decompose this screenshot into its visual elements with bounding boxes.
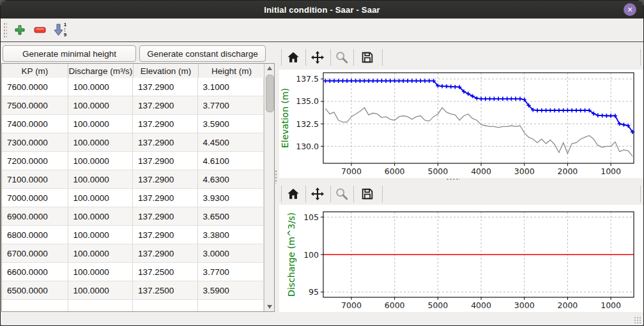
table-cell[interactable]: 4.6100 <box>198 152 264 170</box>
column-header[interactable]: KP (m) <box>2 64 68 78</box>
column-header[interactable]: Discharge (m³/s) <box>68 64 134 78</box>
initial-condition-table: KP (m)Discharge (m³/s)Elevation (m)Heigh… <box>1 63 275 312</box>
plot1-save-button[interactable] <box>358 48 377 67</box>
column-header[interactable]: Elevation (m) <box>134 64 199 78</box>
table-row[interactable]: 7200.0000100.0000137.29004.6100 <box>2 152 264 170</box>
magnifier-icon <box>335 50 349 64</box>
table-row[interactable]: 6700.0000100.0000137.29003.0000 <box>2 244 264 263</box>
vertical-splitter-handle[interactable] <box>275 170 278 184</box>
table-cell[interactable]: 137.2500 <box>133 263 198 281</box>
table-cell[interactable]: 137.2900 <box>133 115 198 133</box>
table-cell[interactable]: 100.0000 <box>68 281 134 300</box>
plot1-home-button[interactable] <box>284 48 303 67</box>
table-cell[interactable]: 137.2900 <box>133 244 198 263</box>
toolbar-drag-handle[interactable] <box>3 22 7 38</box>
x-tick-label: 7000 <box>341 300 362 310</box>
table-row[interactable]: 7100.0000100.0000137.29004.6300 <box>2 170 264 189</box>
table-cell[interactable]: 137.2900 <box>133 189 198 207</box>
table-row[interactable]: 7500.0000100.0000137.29003.7700 <box>2 96 264 115</box>
table-cell[interactable]: 137.2900 <box>133 152 198 170</box>
sort-ascending-icon <box>54 24 63 36</box>
table-cell[interactable]: 100.0000 <box>68 244 134 263</box>
table-row[interactable]: 7600.0000100.0000137.29003.1000 <box>2 78 264 96</box>
table-cell[interactable]: 3.6500 <box>198 207 264 226</box>
table-cell[interactable]: 137.2500 <box>133 281 198 300</box>
table-cell[interactable]: 6800.0000 <box>2 226 68 244</box>
plot1-pan-button[interactable] <box>308 48 327 67</box>
table-cell[interactable]: 7100.0000 <box>2 170 68 189</box>
x-tick-label: 1000 <box>601 300 621 310</box>
add-row-button[interactable] <box>11 21 29 39</box>
discharge-plot-canvas[interactable]: 700060005000400030002000100010510095Disc… <box>279 205 643 312</box>
sort-rows-button[interactable]: 1 9 <box>51 21 69 39</box>
empty-row <box>2 300 264 311</box>
table-cell[interactable]: 7200.0000 <box>2 152 68 170</box>
table-row[interactable]: 6900.0000100.0000137.29003.6500 <box>2 207 264 226</box>
close-button[interactable]: × <box>624 3 636 16</box>
table-cell[interactable]: 6600.0000 <box>2 263 68 281</box>
table-cell[interactable]: 6900.0000 <box>2 207 68 226</box>
table-row[interactable]: 7400.0000100.0000137.29003.5900 <box>2 115 264 133</box>
table-cell[interactable]: 100.0000 <box>68 170 134 189</box>
elevation-plot-canvas[interactable]: 7000600050004000300020001000137.5135.013… <box>279 70 643 178</box>
table-cell[interactable]: 100.0000 <box>68 207 134 226</box>
table-cell[interactable]: 6700.0000 <box>2 244 68 263</box>
table-cell[interactable]: 7000.0000 <box>2 189 68 207</box>
table-cell[interactable]: 4.4500 <box>198 133 264 152</box>
horizontal-splitter-handle[interactable] <box>446 178 460 181</box>
table-row[interactable]: 6600.0000100.0000137.25003.7700 <box>2 263 264 281</box>
table-cell[interactable]: 100.0000 <box>68 189 134 207</box>
scrollbar-up-arrow[interactable] <box>264 64 274 73</box>
table-cell[interactable]: 6500.0000 <box>2 281 68 300</box>
plot2-zoom-button[interactable] <box>332 184 351 204</box>
table-cell[interactable]: 137.2900 <box>133 133 198 152</box>
window-resize-grip[interactable] <box>634 316 641 323</box>
generate-constant-discharge-button[interactable]: Generate constant discharge <box>139 45 266 62</box>
table-cell[interactable]: 7300.0000 <box>2 133 68 152</box>
table-cell[interactable]: 7400.0000 <box>2 115 68 133</box>
remove-row-button[interactable] <box>31 21 49 39</box>
table-cell[interactable]: 3.9300 <box>198 189 264 207</box>
table-header: KP (m)Discharge (m³/s)Elevation (m)Heigh… <box>2 64 274 78</box>
table-cell[interactable]: 7600.0000 <box>2 78 68 96</box>
plot2-save-button[interactable] <box>358 184 377 204</box>
title-bar[interactable]: Initial condition - Saar - Saar × <box>1 1 643 19</box>
table-cell[interactable]: 3.3800 <box>198 226 264 244</box>
table-cell[interactable]: 100.0000 <box>68 115 134 133</box>
column-header[interactable]: Height (m) <box>199 64 265 78</box>
table-cell[interactable]: 100.0000 <box>68 152 134 170</box>
plus-icon <box>14 24 26 36</box>
plot1-zoom-button[interactable] <box>332 48 351 67</box>
table-cell[interactable]: 3.7700 <box>198 96 264 115</box>
table-cell[interactable]: 3.0000 <box>198 244 264 263</box>
table-cell[interactable]: 100.0000 <box>68 263 134 281</box>
plot2-home-button[interactable] <box>284 184 303 204</box>
scrollbar-down-arrow[interactable] <box>264 302 274 311</box>
table-cell[interactable]: 100.0000 <box>68 226 134 244</box>
table-cell[interactable]: 100.0000 <box>68 78 134 96</box>
table-cell[interactable]: 137.2900 <box>133 78 198 96</box>
scrollbar-thumb[interactable] <box>266 75 274 112</box>
table-cell[interactable]: 137.2900 <box>133 207 198 226</box>
table-cell[interactable]: 3.7700 <box>198 263 264 281</box>
table-row[interactable]: 7000.0000100.0000137.29003.9300 <box>2 189 264 207</box>
table-row[interactable]: 6500.0000100.0000137.25003.5900 <box>2 281 264 300</box>
table-cell[interactable]: 100.0000 <box>68 96 134 115</box>
table-cell[interactable]: 3.5900 <box>198 115 264 133</box>
table-cell[interactable]: 7500.0000 <box>2 96 68 115</box>
generate-minimal-height-button[interactable]: Generate minimal height <box>3 45 136 62</box>
window: Initial condition - Saar - Saar × <box>0 0 644 326</box>
table-cell[interactable]: 137.2900 <box>133 170 198 189</box>
table-row[interactable]: 6800.0000100.0000137.29003.3800 <box>2 226 264 244</box>
table-cell[interactable]: 3.1000 <box>198 78 264 96</box>
table-row[interactable]: 7300.0000100.0000137.29004.4500 <box>2 133 264 152</box>
plot2-pan-button[interactable] <box>308 184 327 204</box>
y-tick-label: 130.0 <box>296 142 319 151</box>
table-cell[interactable]: 4.6300 <box>198 170 264 189</box>
table-cell[interactable]: 100.0000 <box>68 133 134 152</box>
x-tick-label: 2000 <box>558 167 578 176</box>
table-cell[interactable]: 137.2900 <box>133 96 198 115</box>
table-scrollbar[interactable] <box>264 64 274 311</box>
table-cell[interactable]: 137.2900 <box>133 226 198 244</box>
table-cell[interactable]: 3.5900 <box>198 281 264 300</box>
